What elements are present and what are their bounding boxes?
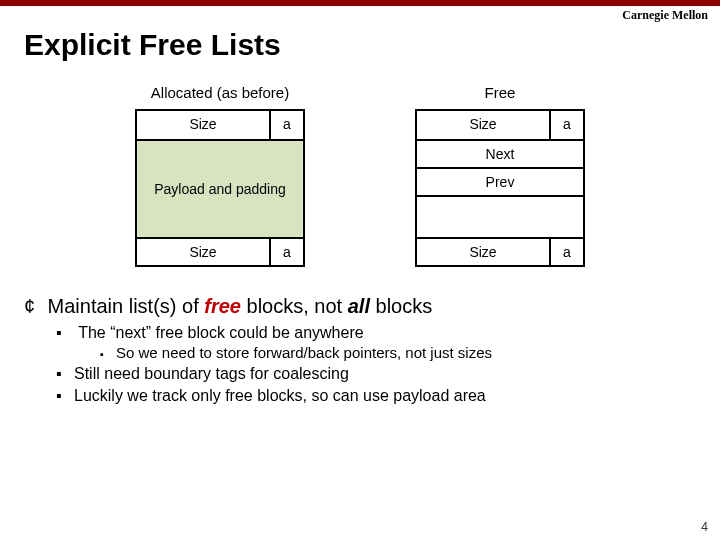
- main-bullet: ¢ Maintain list(s) of free blocks, not a…: [24, 295, 696, 318]
- allocated-header-a: a: [269, 111, 303, 139]
- bullet-marker: ¢: [24, 295, 42, 318]
- main-mid: blocks, not: [241, 295, 348, 317]
- free-header-size: Size: [417, 111, 549, 139]
- main-free: free: [204, 295, 241, 317]
- sub-bullet-1: The “next” free block could be anywhere …: [56, 324, 720, 361]
- sub-bullet-2: Still need boundary tags for coalescing: [56, 365, 720, 383]
- free-prev-label: Prev: [417, 169, 583, 195]
- allocated-payload: Payload and padding: [137, 139, 303, 237]
- allocated-block: Size a Payload and padding Size a: [135, 109, 305, 267]
- free-prev: Prev: [417, 167, 583, 195]
- sub-bullet-1-text: The “next” free block could be anywhere: [78, 324, 363, 341]
- allocated-column: Allocated (as before) Size a Payload and…: [135, 84, 305, 267]
- free-next-label: Next: [417, 141, 583, 167]
- free-footer-a: a: [549, 239, 583, 265]
- free-column: Free Size a Next Prev Size a: [415, 84, 585, 267]
- free-label: Free: [415, 84, 585, 101]
- page-title: Explicit Free Lists: [0, 6, 720, 62]
- allocated-header: Size a: [137, 111, 303, 139]
- allocated-footer: Size a: [137, 237, 303, 265]
- free-header-a: a: [549, 111, 583, 139]
- sub-sub-1: So we need to store forward/back pointer…: [100, 344, 720, 361]
- free-header: Size a: [417, 111, 583, 139]
- sub-sub-list: So we need to store forward/back pointer…: [100, 344, 720, 361]
- allocated-label: Allocated (as before): [135, 84, 305, 101]
- free-gap: [417, 195, 583, 237]
- page-number: 4: [701, 520, 708, 534]
- allocated-footer-a: a: [269, 239, 303, 265]
- free-footer-size: Size: [417, 239, 549, 265]
- main-post: blocks: [370, 295, 432, 317]
- free-next: Next: [417, 139, 583, 167]
- diagrams: Allocated (as before) Size a Payload and…: [0, 84, 720, 267]
- main-pre: Maintain list(s) of: [48, 295, 205, 317]
- allocated-footer-size: Size: [137, 239, 269, 265]
- allocated-header-size: Size: [137, 111, 269, 139]
- org-label: Carnegie Mellon: [622, 8, 708, 23]
- free-block: Size a Next Prev Size a: [415, 109, 585, 267]
- sub-bullet-list: The “next” free block could be anywhere …: [56, 324, 720, 405]
- free-footer: Size a: [417, 237, 583, 265]
- sub-bullet-3: Luckily we track only free blocks, so ca…: [56, 387, 720, 405]
- main-all: all: [348, 295, 370, 317]
